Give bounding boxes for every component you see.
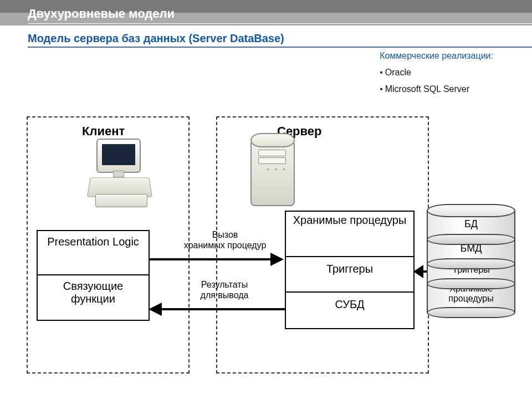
implementation-label: Oracle	[385, 68, 411, 77]
arrow-results-label-l2: для вывода	[201, 290, 249, 300]
arrow-call	[149, 253, 285, 266]
client-area-label: Клиент	[82, 124, 125, 139]
db-cylinder: БД	[427, 211, 515, 239]
server-layer-stored-procs: Хранимые процедуры	[291, 212, 409, 228]
arrow-call-label-l1: Вызов	[212, 230, 238, 239]
bullet-icon: •	[380, 84, 383, 94]
arrow-results-label: Результаты для вывода	[183, 279, 266, 300]
arrow-call-label-l2: хранимых процедур	[184, 241, 267, 250]
subtitle-rule	[28, 47, 532, 48]
server-layer-dbms: СУБД	[332, 293, 366, 316]
database-cylinder-stack: БД БМД Триггеры Хранимые процедуры	[427, 211, 515, 308]
implementation-label: Microsoft SQL Server	[385, 84, 469, 94]
arrow-results	[149, 303, 285, 316]
slide-subtitle: Модель сервера баз данных (Server DataBa…	[28, 32, 284, 44]
client-layer-binding: Связующие функции	[38, 275, 149, 310]
implementations-block: Коммерческие реализации: •Oracle •Micros…	[380, 51, 493, 94]
arrow-call-label: Вызов хранимых процедур	[175, 229, 275, 250]
bullet-icon: •	[380, 68, 383, 77]
header-underline	[28, 23, 532, 24]
diagram-stage: Клиент Сервер • • • Presentation Logic С…	[17, 111, 515, 382]
server-layer-triggers: Триггеры	[324, 257, 375, 281]
client-pc-icon	[89, 139, 155, 205]
slide-subtitle-wrap: Модель сервера баз данных (Server DataBa…	[28, 32, 284, 45]
server-tower-icon: • • •	[244, 133, 299, 205]
client-layer-presentation: Presentation Logic	[44, 231, 142, 253]
arrow-results-label-l1: Результаты	[201, 280, 248, 289]
slide-header: Двухуровневые модели	[0, 0, 532, 25]
client-layers-box: Presentation Logic Связующие функции	[37, 230, 150, 321]
implementation-item: •Oracle	[380, 68, 493, 78]
implementation-item: •Microsoft SQL Server	[380, 84, 493, 94]
implementations-title: Коммерческие реализации:	[380, 51, 493, 61]
slide-title: Двухуровневые модели	[0, 0, 532, 21]
server-layers-box: Хранимые процедуры Триггеры СУБД	[285, 211, 415, 329]
